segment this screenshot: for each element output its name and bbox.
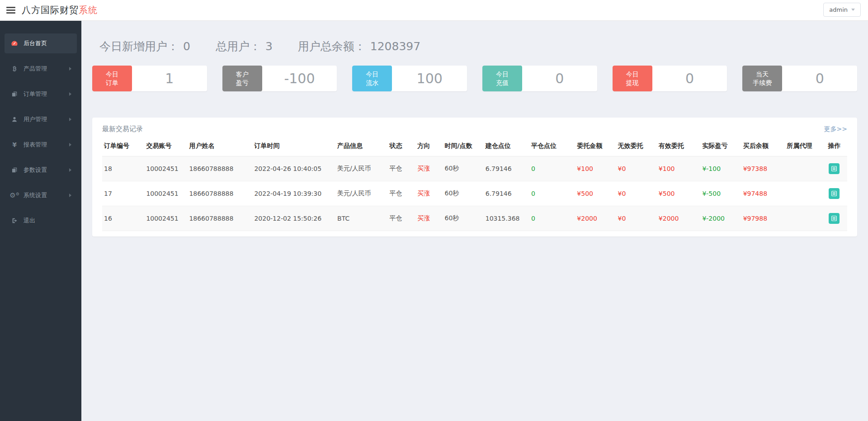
- hamburger-menu-icon[interactable]: [6, 5, 15, 15]
- summary-item: 今日新增用户：0: [99, 39, 190, 54]
- cell-open_point: 6.79146: [484, 156, 529, 181]
- sidebar-item-label: 系统设置: [24, 191, 47, 199]
- detail-list-icon: [831, 215, 837, 222]
- sidebar-item-label: 后台首页: [24, 39, 47, 47]
- summary-value: 3: [265, 40, 273, 53]
- topbar: 八方国际财贸系统 admin: [0, 0, 868, 21]
- chevron-right-icon: [69, 118, 71, 121]
- table-header-row: 订单编号交易账号用户姓名订单时间产品信息状态方向时间/点数建仓点位平仓点位委托金…: [102, 136, 847, 156]
- sidebar-item-orders[interactable]: 订单管理: [5, 84, 77, 104]
- cell-actual_profit: ¥-2000: [700, 206, 741, 231]
- cell-product: 美元/人民币: [335, 156, 388, 181]
- cell-account: 10002451: [144, 156, 187, 181]
- cell-entrust_amount: ¥2000: [575, 206, 616, 231]
- column-header: 操作: [821, 136, 847, 156]
- detail-list-icon: [831, 166, 837, 172]
- chevron-right-icon: [69, 168, 71, 172]
- stat-card-label: 今日充值: [482, 66, 522, 91]
- sidebar-item-label: 报表管理: [24, 141, 47, 149]
- stat-card-value: 0: [652, 66, 727, 91]
- table-row: 1710002451186607888882022-04-19 10:39:30…: [102, 181, 847, 206]
- param-files-icon: [10, 167, 19, 173]
- sidebar-item-params[interactable]: 参数设置: [5, 160, 77, 180]
- sidebar-item-products[interactable]: 产品管理: [5, 59, 77, 79]
- cell-valid_entrust: ¥100: [657, 156, 701, 181]
- cell-actual_profit: ¥-500: [700, 181, 741, 206]
- stat-card-label: 当天手续费: [742, 66, 782, 91]
- cell-duration: 60秒: [443, 206, 484, 231]
- stat-card: 今日充值0: [482, 66, 597, 91]
- stat-card: 今日流水100: [352, 66, 467, 91]
- stat-card-label: 客户盈亏: [222, 66, 262, 91]
- column-header: 产品信息: [335, 136, 388, 156]
- more-link[interactable]: 更多>>: [824, 125, 847, 133]
- cell-direction: 买涨: [415, 181, 443, 206]
- gears-icon: ⚙⚙: [10, 192, 19, 199]
- cell-order_time: 2020-12-02 15:50:26: [252, 206, 335, 231]
- order-detail-button[interactable]: [829, 213, 840, 224]
- column-header: 有效委托: [657, 136, 701, 156]
- column-header: 订单时间: [252, 136, 335, 156]
- summary-value: 1208397: [370, 40, 420, 53]
- cell-account: 10002451: [144, 206, 187, 231]
- sidebar-item-label: 参数设置: [24, 166, 47, 174]
- logout-icon: [10, 218, 19, 224]
- cell-status: 平仓: [388, 181, 416, 206]
- column-header: 订单编号: [102, 136, 144, 156]
- cell-actual_profit: ¥-100: [700, 156, 741, 181]
- summary-item: 总用户：3: [216, 39, 273, 54]
- cell-balance_after: ¥97988: [741, 206, 785, 231]
- column-header: 用户姓名: [187, 136, 252, 156]
- trades-table: 订单编号交易账号用户姓名订单时间产品信息状态方向时间/点数建仓点位平仓点位委托金…: [102, 136, 847, 231]
- cell-product: BTC: [335, 206, 388, 231]
- summary-stats: 今日新增用户：0总用户：3用户总余额：1208397: [92, 39, 857, 54]
- cell-action: [821, 181, 847, 206]
- sidebar-item-reports[interactable]: ¥报表管理: [5, 135, 77, 155]
- sidebar-item-label: 用户管理: [24, 115, 47, 123]
- app-title-main: 八方国际财贸: [22, 5, 79, 15]
- cell-order_id: 17: [102, 181, 144, 206]
- cell-action: [821, 206, 847, 231]
- cell-order_time: 2022-04-26 10:40:05: [252, 156, 335, 181]
- chevron-right-icon: [69, 143, 71, 147]
- stat-card-label: 今日订单: [92, 66, 132, 91]
- sidebar-item-system[interactable]: ⚙⚙系统设置: [5, 185, 77, 205]
- sidebar-item-users[interactable]: 用户管理: [5, 109, 77, 129]
- user-dropdown-label: admin: [829, 6, 848, 13]
- column-header: 交易账号: [144, 136, 187, 156]
- cell-invalid_entrust: ¥0: [616, 181, 657, 206]
- column-header: 状态: [388, 136, 416, 156]
- cell-open_point: 6.79146: [484, 181, 529, 206]
- sidebar-item-label: 产品管理: [24, 65, 47, 73]
- table-body: 1810002451186607888882022-04-26 10:40:05…: [102, 156, 847, 231]
- stat-card-label: 今日流水: [352, 66, 392, 91]
- cell-close_point: 0: [529, 181, 575, 206]
- detail-list-icon: [831, 190, 837, 197]
- summary-value: 0: [183, 40, 190, 53]
- chevron-right-icon: [69, 67, 71, 71]
- column-header: 建仓点位: [484, 136, 529, 156]
- cell-valid_entrust: ¥500: [657, 181, 701, 206]
- sidebar-item-label: 退出: [24, 217, 35, 225]
- user-dropdown[interactable]: admin: [823, 3, 861, 17]
- cell-balance_after: ¥97488: [741, 181, 785, 206]
- chevron-right-icon: [69, 194, 71, 197]
- cell-open_point: 10315.368: [484, 206, 529, 231]
- stat-card-value: 0: [782, 66, 857, 91]
- order-detail-button[interactable]: [829, 188, 840, 199]
- main-content: 今日新增用户：0总用户：3用户总余额：1208397 今日订单1客户盈亏-100…: [81, 21, 868, 421]
- chevron-right-icon: [69, 92, 71, 96]
- sidebar-item-logout[interactable]: 退出: [5, 211, 77, 231]
- stat-card-value: -100: [262, 66, 337, 91]
- sidebar-item-home[interactable]: 后台首页: [5, 33, 77, 53]
- column-header: 时间/点数: [443, 136, 484, 156]
- sidebar-menu: 后台首页产品管理订单管理用户管理¥报表管理参数设置⚙⚙系统设置退出: [0, 33, 81, 231]
- cell-duration: 60秒: [443, 181, 484, 206]
- stat-card-label: 今日提现: [613, 66, 652, 91]
- cell-order_time: 2022-04-19 10:39:30: [252, 181, 335, 206]
- stat-card-value: 1: [132, 66, 207, 91]
- cell-status: 平仓: [388, 156, 416, 181]
- latest-trades-card: 最新交易记录 更多>> 订单编号交易账号用户姓名订单时间产品信息状态方向时间/点…: [92, 118, 857, 237]
- order-detail-button[interactable]: [829, 163, 840, 174]
- sidebar-item-label: 订单管理: [24, 90, 47, 98]
